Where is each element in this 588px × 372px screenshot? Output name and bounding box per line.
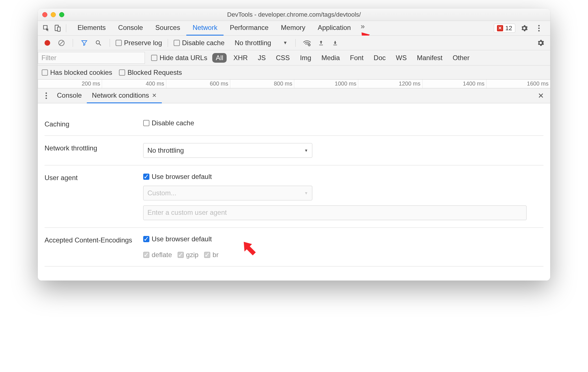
section-label: User agent <box>45 173 143 182</box>
chevron-down-icon[interactable]: ▼ <box>283 40 288 45</box>
tab-performance[interactable]: Performance <box>224 21 275 36</box>
chip-doc[interactable]: Doc <box>370 53 389 63</box>
tick: 1000 ms <box>294 80 358 88</box>
ua-textarea-placeholder: Enter a custom user agent <box>147 209 227 216</box>
drawer-close-icon[interactable]: ✕ <box>534 91 547 100</box>
checkbox-icon <box>143 120 149 126</box>
encodings-row: ✓ deflate ✓ gzip ✓ br <box>143 251 543 259</box>
ua-custom-textarea: Enter a custom user agent <box>143 205 527 220</box>
svg-rect-1 <box>58 27 60 31</box>
chip-js[interactable]: JS <box>255 53 269 63</box>
kebab-menu-icon[interactable] <box>533 23 545 34</box>
record-button[interactable] <box>42 37 53 49</box>
ua-use-default-label: Use browser default <box>152 173 212 181</box>
section-throttling: Network throttling No throttling ▼ <box>45 136 543 165</box>
drawer-tabstrip: Console Network conditions ✕ ✕ <box>38 88 550 103</box>
chevron-down-icon: ▼ <box>304 148 308 153</box>
tab-memory[interactable]: Memory <box>275 21 312 36</box>
chevron-down-icon: ▼ <box>304 191 308 195</box>
chip-xhr[interactable]: XHR <box>230 53 251 63</box>
section-caching: Caching Disable cache <box>45 112 543 136</box>
chip-ws[interactable]: WS <box>392 53 410 63</box>
chip-img[interactable]: Img <box>297 53 315 63</box>
section-user-agent: User agent ✓ Use browser default Custom.… <box>45 165 543 228</box>
import-har-icon[interactable] <box>315 37 327 49</box>
svg-line-6 <box>60 41 63 45</box>
search-icon[interactable] <box>93 37 104 49</box>
checkbox-disabled-icon: ✓ <box>178 252 184 258</box>
svg-line-8 <box>99 44 101 45</box>
tab-console[interactable]: Console <box>112 21 149 36</box>
export-har-icon[interactable] <box>330 37 341 49</box>
section-label: Accepted Content-Encodings <box>45 235 143 244</box>
section-label: Network throttling <box>45 143 143 152</box>
filter-chips: All XHR JS CSS Img Media Font Doc WS Man… <box>212 53 473 63</box>
tab-application[interactable]: Application <box>311 21 357 36</box>
network-settings-icon[interactable] <box>535 37 546 49</box>
disable-cache-label: Disable cache <box>182 39 225 47</box>
drawer-menu-icon[interactable] <box>41 90 52 101</box>
tick: 1200 ms <box>358 80 422 88</box>
disable-cache-checkbox[interactable]: Disable cache <box>174 39 225 47</box>
accepted-use-default-label: Use browser default <box>152 235 212 243</box>
timeline-ruler[interactable]: 200 ms 400 ms 600 ms 800 ms 1000 ms 1200… <box>38 80 550 88</box>
svg-point-7 <box>96 41 100 44</box>
filter-icon[interactable] <box>79 37 90 49</box>
inspect-element-icon[interactable] <box>41 23 52 34</box>
tab-network[interactable]: Network <box>186 21 224 36</box>
svg-point-13 <box>46 95 47 97</box>
settings-icon[interactable] <box>519 23 530 34</box>
tab-sources[interactable]: Sources <box>149 21 186 36</box>
network-toolbar: Preserve log Disable cache No throttling… <box>38 36 550 50</box>
close-tab-icon[interactable]: ✕ <box>152 92 157 99</box>
blocked-requests-label: Blocked Requests <box>127 69 182 76</box>
tabs-list: Elements Console Sources Network Perform… <box>71 21 368 36</box>
tick: 400 ms <box>102 80 166 88</box>
filter-input[interactable] <box>38 52 145 64</box>
drawer-tab-network-conditions[interactable]: Network conditions ✕ <box>87 88 162 103</box>
separator <box>73 39 73 47</box>
error-count: 12 <box>505 25 512 32</box>
network-conditions-icon[interactable] <box>301 37 313 49</box>
ua-custom-placeholder: Custom... <box>147 189 176 197</box>
chip-css[interactable]: CSS <box>273 53 293 63</box>
section-label: Caching <box>45 119 143 128</box>
throttling-value: No throttling <box>147 146 184 154</box>
encoding-label: deflate <box>152 251 172 259</box>
panel-disable-cache-checkbox[interactable]: Disable cache <box>143 119 543 127</box>
ua-use-default-checkbox[interactable]: ✓ Use browser default <box>143 173 543 181</box>
throttling-select[interactable]: No throttling <box>235 39 271 47</box>
chip-all[interactable]: All <box>212 53 227 63</box>
tick: 800 ms <box>230 80 294 88</box>
svg-point-4 <box>538 30 540 31</box>
device-toolbar-icon[interactable] <box>52 23 63 34</box>
error-count-badge[interactable]: ✕ 12 <box>494 24 515 33</box>
blocked-requests-checkbox[interactable]: Blocked Requests <box>119 69 182 76</box>
separator <box>110 39 110 47</box>
blocked-cookies-checkbox[interactable]: Has blocked cookies <box>42 69 112 76</box>
tick: 1600 ms <box>486 80 550 88</box>
chip-manifest[interactable]: Manifest <box>414 53 446 63</box>
tab-elements[interactable]: Elements <box>71 21 112 36</box>
checkbox-icon <box>119 69 125 76</box>
throttling-select-box[interactable]: No throttling ▼ <box>143 143 312 158</box>
chip-other[interactable]: Other <box>449 53 473 63</box>
checkbox-checked-icon: ✓ <box>143 174 149 180</box>
more-tabs-icon[interactable]: » <box>357 21 368 32</box>
separator <box>295 39 296 47</box>
svg-rect-10 <box>319 45 323 45</box>
ua-custom-select: Custom... ▼ <box>143 186 312 200</box>
checkbox-icon <box>174 40 180 46</box>
separator <box>168 39 168 47</box>
clear-icon[interactable] <box>56 37 67 49</box>
titlebar: DevTools - developer.chrome.com/tags/dev… <box>38 8 550 21</box>
preserve-log-checkbox[interactable]: Preserve log <box>116 39 162 47</box>
devtools-window: DevTools - developer.chrome.com/tags/dev… <box>38 8 550 281</box>
chip-font[interactable]: Font <box>347 53 367 63</box>
svg-point-12 <box>46 93 47 94</box>
options-row: Has blocked cookies Blocked Requests <box>38 65 550 80</box>
drawer-tab-console[interactable]: Console <box>52 88 87 103</box>
accepted-use-default-checkbox[interactable]: ✓ Use browser default <box>143 235 543 243</box>
chip-media[interactable]: Media <box>318 53 343 63</box>
hide-data-urls-checkbox[interactable]: Hide data URLs <box>151 54 207 62</box>
